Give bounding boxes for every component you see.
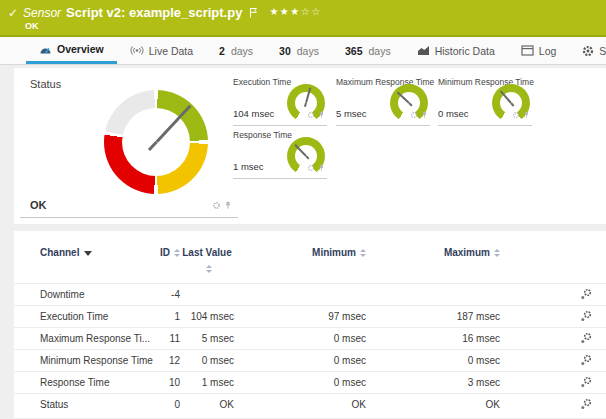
channel-table: Channel ID Last Value Minimum Maximum Do… (14, 231, 606, 418)
minimum-value: 0 msec (234, 377, 366, 388)
sensor-title-bar: ✓ Sensor Script v2: example_script.py ★★… (0, 0, 606, 37)
panel-gear-icon[interactable] (212, 196, 221, 214)
channel-name[interactable]: Downtime (40, 289, 158, 300)
gauge-icon (39, 43, 52, 55)
panel-pin-icon[interactable] (421, 105, 428, 123)
live-signal-icon (130, 45, 144, 56)
header-minimum[interactable]: Minimum (234, 247, 366, 259)
last-value: 104 msec (180, 311, 234, 322)
channel-name[interactable]: Status (40, 399, 158, 410)
channel-name[interactable]: Execution Time (40, 311, 158, 322)
channel-id: 12 (158, 355, 180, 366)
tab-365-days[interactable]: 365 days (332, 37, 404, 64)
edit-channel-icon[interactable] (500, 288, 606, 302)
edit-channel-icon[interactable] (500, 398, 606, 412)
stars-empty: ☆☆ (301, 6, 322, 17)
panel-title: Status (30, 78, 61, 90)
status-footer-label: OK (30, 199, 47, 211)
gear-icon (582, 45, 594, 57)
edit-channel-icon[interactable] (500, 332, 606, 346)
header-channel[interactable]: Channel (40, 247, 158, 259)
mini-gauge-title: Response Time (233, 130, 292, 140)
tab-unit: days (297, 45, 319, 57)
tab-live-data[interactable]: Live Data (117, 37, 206, 64)
minimum-value: 0 msec (234, 355, 366, 366)
last-value: OK (180, 399, 234, 410)
channel-id: 11 (158, 333, 180, 344)
maximum-value: 16 msec (366, 333, 500, 344)
panel-gear-icon[interactable] (307, 158, 315, 176)
mini-gauge-panel: Execution Time 104 msec (233, 75, 327, 126)
channel-id: 10 (158, 377, 180, 388)
sort-desc-icon (84, 251, 92, 256)
edit-channel-icon[interactable] (500, 376, 606, 390)
minimum-value: OK (234, 399, 366, 410)
panel-pin-icon[interactable] (318, 158, 325, 176)
tab-label: Historic Data (435, 45, 495, 57)
channel-id: 0 (158, 399, 180, 410)
maximum-value: OK (366, 399, 500, 410)
edit-channel-icon[interactable] (500, 310, 606, 324)
overview-gauges-section: Status OK Execution Time 104 msec (14, 68, 606, 224)
panel-pin-icon[interactable] (224, 196, 232, 214)
table-header-row: Channel ID Last Value Minimum Maximum (14, 247, 606, 277)
maximum-value: 187 msec (366, 311, 500, 322)
stars-filled: ★★★ (269, 6, 300, 17)
panel-pin-icon[interactable] (523, 105, 530, 123)
tab-label: Live Data (149, 45, 193, 57)
channel-id: 1 (158, 311, 180, 322)
table-row: Minimum Response Time 12 0 msec 0 msec 0… (14, 349, 606, 371)
priority-stars[interactable]: ★★★☆☆ (269, 6, 321, 17)
maximum-value: 3 msec (366, 377, 500, 388)
mini-gauge-value: 104 msec (233, 108, 274, 119)
last-value: 0 msec (180, 355, 234, 366)
header-maximum[interactable]: Maximum (366, 247, 500, 259)
minimum-value: 97 msec (234, 311, 366, 322)
flag-icon[interactable] (249, 7, 258, 18)
tab-number: 2 (219, 45, 225, 57)
table-row: Maximum Response Ti... 11 5 msec 0 msec … (14, 327, 606, 349)
mini-gauge-value: 1 msec (233, 161, 264, 172)
mini-gauge-value: 5 msec (336, 108, 367, 119)
header-id[interactable]: ID (158, 247, 180, 259)
panel-gear-icon[interactable] (512, 105, 520, 123)
channel-id: -4 (158, 289, 180, 300)
tab-30-days[interactable]: 30 days (266, 37, 332, 64)
object-kind-label: Sensor (23, 6, 61, 20)
header-last-value[interactable]: Last Value (180, 247, 234, 273)
mini-gauge-title: Maximum Response Time (336, 77, 434, 87)
log-icon (521, 45, 534, 56)
mini-gauge-title: Execution Time (233, 77, 291, 87)
sort-icon (206, 265, 212, 273)
tab-unit: days (369, 45, 391, 57)
tab-unit: days (231, 45, 253, 57)
tab-label: Log (539, 45, 557, 57)
tab-number: 365 (345, 45, 363, 57)
channel-name[interactable]: Minimum Response Time (40, 355, 158, 366)
channel-name[interactable]: Maximum Response Ti... (40, 333, 158, 344)
tab-2-days[interactable]: 2 days (206, 37, 266, 64)
tab-number: 30 (279, 45, 291, 57)
minimum-value: 0 msec (234, 333, 366, 344)
last-value: 1 msec (180, 377, 234, 388)
tab-label: Settings (599, 45, 606, 57)
table-row: Execution Time 1 104 msec 97 msec 187 ms… (14, 305, 606, 327)
status-gauge-ring (104, 90, 208, 194)
channel-name[interactable]: Response Time (40, 377, 158, 388)
mini-gauge-panel: Maximum Response Time 5 msec (336, 75, 430, 126)
panel-pin-icon[interactable] (318, 105, 325, 123)
panel-gear-icon[interactable] (307, 105, 315, 123)
maximum-value: 0 msec (366, 355, 500, 366)
sensor-status-label: OK (25, 21, 606, 31)
tab-overview[interactable]: Overview (26, 37, 117, 64)
tab-bar: Overview Live Data 2 days 30 days 365 da… (0, 37, 606, 65)
tab-log[interactable]: Log (508, 37, 570, 64)
edit-channel-icon[interactable] (500, 354, 606, 368)
panel-gear-icon[interactable] (410, 105, 418, 123)
tab-historic-data[interactable]: Historic Data (404, 37, 508, 64)
tab-settings[interactable]: Settings (569, 37, 606, 64)
mini-gauge-panel: Response Time 1 msec (233, 128, 327, 179)
tab-label: Overview (57, 43, 104, 55)
table-row: Downtime -4 (14, 283, 606, 305)
mini-gauge-value: 0 msec (438, 108, 469, 119)
